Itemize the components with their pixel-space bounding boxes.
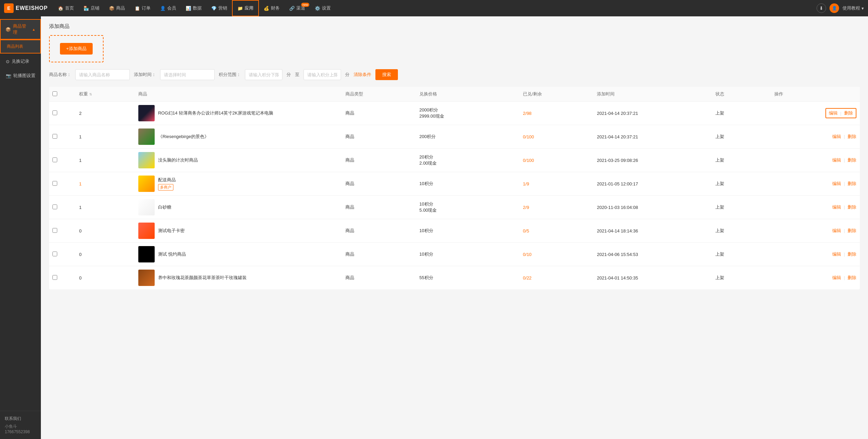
logo[interactable]: E EWEISHOP bbox=[4, 3, 48, 13]
sold-count: 2/98 bbox=[523, 111, 531, 116]
search-button[interactable]: 搜索 bbox=[375, 69, 398, 80]
chevron-icon: ▲ bbox=[32, 28, 35, 31]
sidebar-item-banner-setting[interactable]: 📷 轮播图设置 bbox=[0, 69, 41, 82]
delete-button[interactable]: 删除 bbox=[848, 205, 856, 210]
cell-rank: 1 bbox=[76, 125, 135, 149]
product-name: 没头脑的计次时商品 bbox=[158, 157, 198, 163]
download-button[interactable]: ⬇ bbox=[817, 3, 826, 13]
delete-button[interactable]: 删除 bbox=[844, 110, 853, 116]
price-cash: 5.00现金 bbox=[419, 207, 516, 213]
nav-home[interactable]: 🏠首页 bbox=[53, 0, 79, 16]
nav-goods[interactable]: 📦商品 bbox=[104, 0, 130, 16]
select-all-checkbox[interactable] bbox=[52, 91, 57, 96]
row-checkbox[interactable] bbox=[52, 110, 57, 115]
cell-stock: 0/100 bbox=[520, 125, 593, 149]
delete-button[interactable]: 删除 bbox=[848, 252, 856, 257]
row-checkbox[interactable] bbox=[52, 275, 57, 280]
edit-button[interactable]: 编辑 bbox=[832, 252, 841, 257]
cell-type: 商品 bbox=[342, 196, 416, 219]
cell-status: 上架 bbox=[712, 243, 771, 266]
status-badge: 上架 bbox=[715, 205, 724, 210]
row-checkbox[interactable] bbox=[52, 252, 57, 256]
cell-product: ROG幻14 轻薄商务办公设计师14英寸2K屏游戏笔记本电脑 bbox=[135, 102, 342, 125]
edit-button[interactable]: 编辑 bbox=[832, 134, 841, 139]
tutorial-label: 使用教程 bbox=[842, 5, 860, 11]
sidebar-banner-label: 轮播图设置 bbox=[13, 73, 35, 79]
filter-name-input[interactable] bbox=[75, 69, 130, 80]
data-icon: 📊 bbox=[186, 6, 191, 11]
cell-type: 商品 bbox=[342, 149, 416, 172]
action-separator: | bbox=[844, 157, 845, 163]
main-layout: 📦 商品管理 ▲ 商品列表 ⊙ 兑换记录 📷 轮播图设置 联系我们 小鱼斗 17… bbox=[0, 16, 868, 439]
delete-button[interactable]: 删除 bbox=[848, 228, 856, 233]
nav-order-label: 订单 bbox=[142, 5, 151, 11]
delete-button[interactable]: 删除 bbox=[848, 275, 856, 280]
sidebar-item-product-list[interactable]: 商品列表 bbox=[0, 40, 41, 54]
sold-count: 0/22 bbox=[523, 275, 531, 281]
sidebar-product-mgmt-section: 📦 商品管理 ▲ 商品列表 bbox=[0, 19, 41, 54]
cell-price: 20积分2.00现金 bbox=[416, 149, 520, 172]
sidebar-item-exchange-record[interactable]: ⊙ 兑换记录 bbox=[0, 55, 41, 68]
row-checkbox[interactable] bbox=[52, 205, 57, 209]
delete-button[interactable]: 删除 bbox=[848, 134, 856, 139]
row-checkbox[interactable] bbox=[52, 228, 57, 233]
edit-button[interactable]: 编辑 bbox=[832, 228, 841, 233]
edit-button[interactable]: 编辑 bbox=[829, 110, 838, 116]
edit-button[interactable]: 编辑 bbox=[832, 181, 841, 186]
nav-app[interactable]: 📁应用 bbox=[232, 0, 259, 16]
sidebar-product-mgmt-label: 商品管理 bbox=[13, 23, 30, 35]
price-points: 200积分 bbox=[419, 134, 516, 140]
header-stock: 已兑/剩余 bbox=[520, 87, 593, 102]
user-avatar[interactable]: 👤 bbox=[830, 3, 839, 13]
edit-button[interactable]: 编辑 bbox=[832, 157, 841, 163]
rank-value[interactable]: 1 bbox=[79, 181, 81, 186]
chevron-down-icon: ▾ bbox=[862, 6, 864, 11]
sidebar-item-product-mgmt[interactable]: 📦 商品管理 ▲ bbox=[0, 19, 41, 40]
points-to: 至 bbox=[295, 72, 299, 78]
cell-action: 编辑 | 删除 bbox=[771, 219, 860, 243]
cell-rank: 2 bbox=[76, 102, 135, 125]
product-image bbox=[138, 199, 155, 215]
row-checkbox[interactable] bbox=[52, 181, 57, 186]
nav-marketing[interactable]: 💎营销 bbox=[206, 0, 232, 16]
nav-finance[interactable]: 💰财务 bbox=[259, 0, 284, 16]
nav-order[interactable]: 📋订单 bbox=[130, 0, 155, 16]
delete-button[interactable]: 删除 bbox=[848, 157, 856, 163]
nav-store-label: 店铺 bbox=[91, 5, 99, 11]
price-points: 10积分 bbox=[419, 251, 516, 257]
header-time: 添加时间 bbox=[593, 87, 712, 102]
filter-points-min-input[interactable] bbox=[245, 69, 282, 80]
nav-goods-label: 商品 bbox=[116, 5, 125, 11]
row-checkbox[interactable] bbox=[52, 157, 57, 162]
contact-phone: 17667552398 bbox=[5, 429, 36, 434]
banner-icon: 📷 bbox=[6, 73, 11, 78]
nav-store[interactable]: 🏪店铺 bbox=[79, 0, 104, 16]
nav-member[interactable]: 👤会员 bbox=[155, 0, 181, 16]
sidebar-banner-section: 📷 轮播图设置 bbox=[0, 69, 41, 82]
nav-data[interactable]: 📊数据 bbox=[181, 0, 206, 16]
cell-status: 上架 bbox=[712, 125, 771, 149]
settings-icon: ⚙️ bbox=[315, 6, 320, 11]
filter-time-input[interactable] bbox=[160, 69, 215, 80]
row-checkbox[interactable] bbox=[52, 134, 57, 139]
topnav-right: ⬇ 👤 使用教程▾ bbox=[817, 3, 864, 13]
filter-points-max-input[interactable] bbox=[304, 69, 341, 80]
edit-button[interactable]: 编辑 bbox=[832, 275, 841, 280]
add-product-button[interactable]: +添加商品 bbox=[60, 43, 93, 55]
edit-button[interactable]: 编辑 bbox=[832, 205, 841, 210]
nav-settings[interactable]: ⚙️设置 bbox=[310, 0, 336, 16]
store-icon: 🏪 bbox=[83, 6, 89, 11]
delete-button[interactable]: 删除 bbox=[848, 181, 856, 186]
channel-icon: 🔗 bbox=[289, 6, 295, 11]
clear-button[interactable]: 清除条件 bbox=[354, 72, 371, 78]
nav-channel[interactable]: 🔗渠道new bbox=[284, 0, 310, 16]
rank-value: 0 bbox=[79, 275, 81, 281]
cell-time: 2021-04-01 14:50:35 bbox=[593, 266, 712, 290]
filter-points-label: 积分范围： bbox=[219, 72, 241, 78]
header-product: 商品 bbox=[135, 87, 342, 102]
cell-rank: 1 bbox=[76, 172, 135, 196]
tutorial-button[interactable]: 使用教程▾ bbox=[842, 5, 864, 11]
status-badge: 上架 bbox=[715, 181, 724, 186]
cell-type: 商品 bbox=[342, 125, 416, 149]
sidebar-contact: 联系我们 小鱼斗 17667552398 bbox=[0, 411, 41, 439]
